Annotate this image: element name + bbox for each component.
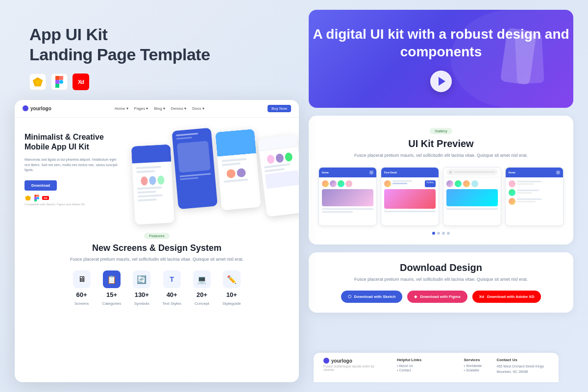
download-section: Download Design Fusce placerat pretium m… [309,252,573,313]
download-buttons: ⬡ Download with Sketch ◈ Download with F… [318,291,564,303]
download-title: Download Design [318,262,564,273]
svg-marker-8 [25,196,31,200]
download-sketch-button[interactable]: ⬡ Download with Sketch [341,291,403,303]
dot-3[interactable] [442,232,445,235]
preview-title: UI Kit Preview [318,138,564,149]
footer-logo: yourlogo Fusce scelerisque iaculis enim … [323,358,382,371]
phone-mockups [129,120,299,213]
dot-4[interactable] [447,232,450,235]
ui-screen-1: Home [318,167,377,226]
xd-icon: Xd [73,74,89,90]
ui-screen-3 [443,167,501,226]
svg-rect-5 [55,80,59,84]
page-title: App UI Kit Landing Page Template [29,24,284,65]
phone-screen-1 [131,144,174,224]
svg-rect-10 [37,195,39,197]
download-hero-button[interactable]: Download [24,180,57,191]
features-section: Features New Screens & Design System Fus… [15,220,299,316]
download-figma-button[interactable]: ◈ Download with Figma [407,291,467,303]
preview-dots [318,232,564,235]
left-panel: App UI Kit Landing Page Template [15,10,299,382]
features-grid: 🖥 60+ Screens 📋 15+ Categories 🔄 130+ Sy… [24,270,289,306]
phone-screen-2 [172,127,218,209]
figma-icon [51,74,68,90]
website-mockup: yourlogo Home ▾ Pages ▾ Blog ▾ Demos ▾ D… [15,100,299,382]
preview-badge: Gallery [430,128,452,134]
feature-screens: 🖥 60+ Screens [73,270,91,306]
play-button[interactable] [430,71,452,92]
download-desc: Fusce placerat pretium mauris, vel solli… [318,276,564,283]
buy-now-button[interactable]: Buy Now [268,105,291,112]
download-xd-button[interactable]: Xd Download with Adobe XD [472,291,541,303]
preview-desc: Fusce placerat pretium mauris, vel solli… [318,152,564,159]
feature-categories: 📋 15+ Categories [102,270,122,306]
feature-styleguide: ✏️ 10+ Styleguide [222,270,241,306]
concept-icon: 💻 [193,270,211,288]
footer-contact: Contact Us 455 West Orchard Street Kings… [496,358,549,374]
mockup-nav: yourlogo Home ▾ Pages ▾ Blog ▾ Demos ▾ D… [15,100,299,118]
text-styles-icon: T [163,270,181,288]
xd-btn-icon: Xd [479,294,484,299]
hero-banner-title: A digital UI kit with a robust design an… [309,25,573,61]
hero-text: Minimalist & Creative Mobile App UI Kit … [24,132,122,211]
feature-symbols: 🔄 130+ Symbols [133,270,150,306]
dot-2[interactable] [437,232,440,235]
feature-concept: 💻 20+ Concept [193,270,211,306]
hero-banner-content: A digital UI kit with a robust design an… [309,25,573,93]
ui-screen-4: Home [505,167,564,226]
figma-btn-icon: ◈ [414,294,417,299]
dot-1[interactable] [432,232,435,235]
ui-screen-2: Post Detail Follow [381,167,439,226]
styleguide-icon: ✏️ [223,270,241,288]
right-panel: A digital UI kit with a robust design an… [309,10,573,382]
sketch-btn-label: Download with Sketch [354,294,396,299]
svg-rect-4 [59,76,63,80]
categories-icon: 📋 [103,270,121,288]
footer-strip: yourlogo Fusce scelerisque iaculis enim … [314,353,559,382]
svg-rect-12 [37,197,39,199]
phone-screen-4 [258,134,299,217]
svg-rect-7 [55,84,59,88]
main-container: App UI Kit Landing Page Template [15,10,573,382]
ui-preview-section: Gallery UI Kit Preview Fusce placerat pr… [309,116,573,245]
sketch-btn-icon: ⬡ [348,294,351,299]
play-icon [439,77,445,86]
svg-rect-9 [34,195,37,197]
footer-helpful-links: Helpful Links About Us Contact [397,358,449,373]
hero-banner: A digital UI kit with a robust design an… [309,10,573,108]
svg-rect-3 [55,76,59,80]
features-desc: Fusce placerat pretium mauris, vel solli… [24,256,289,263]
symbols-icon: 🔄 [133,270,150,288]
tool-icons: Xd [29,74,284,90]
sketch-icon [29,74,46,90]
figma-btn-label: Download with Figma [420,294,460,299]
svg-rect-13 [34,199,37,201]
svg-rect-11 [34,197,37,199]
features-title: New Screens & Design System [24,243,289,253]
features-badge: Features [144,233,170,239]
screen-icon: 🖥 [73,270,91,288]
mockup-logo: yourlogo [23,105,51,111]
compat-text: Compatible with Sketch, Figma and Adobe … [24,203,122,206]
mockup-nav-links: Home ▾ Pages ▾ Blog ▾ Demos ▾ Docs ▾ [115,106,204,111]
xd-btn-label: Download with Adobe XD [487,294,535,299]
svg-rect-6 [59,80,63,84]
ui-screens-row: Home [318,167,564,226]
feature-text-styles: T 40+ Text Styles [162,270,181,306]
mockup-hero: Minimalist & Creative Mobile App UI Kit … [15,118,299,220]
title-section: App UI Kit Landing Page Template [15,10,299,100]
hero-compat-icons: Xd [24,195,122,201]
footer-services: Services Worldwide Scalable [464,358,482,373]
phone-screen-3 [215,129,261,210]
